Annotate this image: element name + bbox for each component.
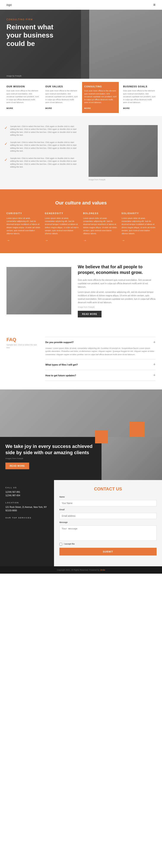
contact-location-heading: LOCATION [5,502,49,504]
culture-col-title: BOLDNESS [83,212,117,215]
culture-col-title: SOLIDARITY [122,212,156,215]
faq-left: FAQ Sample text. Click to select the tex… [6,337,39,381]
check-text: Sample text. Click to select the text bo… [10,125,80,137]
believe-image-credit: Image from Freepik [78,306,156,308]
success-text-area: We take joy in every success achieved si… [0,437,102,480]
contact-call-heading: CALL US [5,487,49,489]
submit-button[interactable]: SUBMIT [59,548,157,556]
faq-question-row[interactable]: How to get future updates? + [45,373,156,378]
culture-col-2: BOLDNESS Lorem ipsum dolor sit amet, con… [83,212,117,242]
mission-col-our-values: Our Values Duis aute more officia to the… [43,85,80,110]
faq-toggle-icon[interactable]: + [153,373,156,378]
culture-col-body: Lorem ipsum dolor sit amet, consectetur … [6,217,40,235]
footer-link[interactable]: Jimdo [100,569,105,571]
contact-top-services: OUR TOP SERVICES [5,517,49,519]
mission-body: Duis aute more officia to the element qu… [6,90,39,104]
checks-image-area: Image from Freepik [88,125,158,181]
culture-col-body: Lorem ipsum dolor sit amet, consectetur … [83,217,117,235]
culture-columns: CURIOSITY Lorem ipsum dolor sit amet, co… [6,212,156,242]
culture-col-body: Lorem ipsum dolor sit amet, consectetur … [122,217,156,235]
faq-title: FAQ [6,337,39,342]
contact-call: CALL US 1(234) 567-891 1(234) 987-654 [5,487,49,497]
culture-col-0: CURIOSITY Lorem ipsum dolor sit amet, co… [6,212,40,242]
mission-more-link[interactable]: MORE [6,107,13,109]
check-item: ✓ Sample text. Click to select the text … [4,125,80,137]
faq-question: How to get future updates? [45,374,76,377]
faq-question: What types of files I will get? [45,363,78,366]
checkmark-icon: ✓ [4,125,7,130]
footer-text: Copyright 2021. All Rights Reserved. Pow… [6,569,156,571]
hero-image-credit: Image by Freepik [6,75,22,77]
faq-section: FAQ Sample text. Click to select the tex… [0,328,162,390]
mission-body: Duis aute more officia to the element qu… [123,90,156,104]
checkmark-icon: ✓ [4,157,7,162]
culture-arrow-icon[interactable]: → [45,239,48,242]
believe-image-area [6,267,71,314]
culture-section: Our culture and values CURIOSITY Lorem i… [0,189,162,253]
checkbox-label: I accept the [64,543,75,545]
faq-question-row[interactable]: What types of files I will get? + [45,362,156,367]
mission-col-our-mission: Our Mission Duis aute more officia to th… [4,85,41,110]
mission-heading: Our Values [45,85,78,88]
email-input[interactable] [59,513,157,519]
message-label: Message [59,521,157,523]
mission-more-link[interactable]: MORE [123,107,130,109]
checkmark-icon: ✓ [4,142,7,146]
believe-image [6,267,71,314]
accept-checkbox[interactable] [59,543,62,546]
checks-image-credit: Image from Freepik [88,179,158,181]
culture-col-3: SOLIDARITY Lorem ipsum dolor sit amet, c… [122,212,156,242]
faq-subtitle: Sample text. Click to select the text bo… [6,344,39,349]
culture-col-title: CURIOSITY [6,212,40,215]
hero-person-image [81,10,162,79]
success-title: We take joy in every success achieved si… [5,443,96,456]
faq-item: How to get future updates? + Answer: Lor… [45,370,156,381]
menu-icon[interactable]: ≡ [153,3,156,7]
name-input[interactable] [59,500,157,506]
culture-arrow-icon[interactable]: → [122,239,125,242]
culture-arrow-icon[interactable]: → [83,239,87,242]
faq-item: Do you provide support? + Answer: Lorem … [45,337,156,359]
culture-col-1: GENEROSITY Lorem ipsum dolor sit amet, c… [45,212,79,242]
success-right-image [102,437,162,480]
mission-body: Duis aute more officia to the element qu… [45,90,78,104]
faq-toggle-icon[interactable]: + [153,362,156,367]
faq-question-row[interactable]: Do you provide support? + [45,340,156,345]
believe-title: We believe that for all people to prospe… [78,264,156,275]
mission-section: Our Mission Duis aute more officia to th… [0,79,162,117]
hero-content: CONSULTING FIRM Reinvent what your busin… [6,18,67,50]
checks-list: ✓ Sample text. Click to select the text … [4,125,84,181]
navbar: logo ≡ [0,0,162,10]
success-read-more-button[interactable]: READ MORE [5,463,29,469]
contact-location: LOCATION 121 Rock Street, 21 Avenue, New… [5,502,49,513]
mission-heading: Consulting [84,85,117,88]
mission-more-link[interactable]: MORE [84,107,91,109]
footer: Copyright 2021. All Rights Reserved. Pow… [0,566,162,574]
success-top-image [0,390,162,437]
believe-body1: Duis aute more officia to the element qu… [78,278,156,289]
contact-services-heading: OUR TOP SERVICES [5,517,49,519]
message-textarea[interactable] [59,526,157,540]
mission-more-link[interactable]: MORE [45,107,52,109]
mission-col-consulting: Consulting Duis aute more officia to the… [82,82,119,113]
culture-col-body: Lorem ipsum dolor sit amet, consectetur … [45,217,79,235]
mission-heading: Our Mission [6,85,39,88]
mission-body: Duis aute more officia to the element qu… [84,90,117,104]
culture-arrow-icon[interactable]: → [6,239,10,242]
believe-body2: Lorem ipsum dolor sit amet, consectetur … [78,290,156,304]
checks-section: ✓ Sample text. Click to select the text … [0,117,162,189]
checkbox-row: I accept the [59,543,157,546]
faq-question: Do you provide support? [45,341,74,344]
success-image-credit: Images from Freepik [5,457,96,460]
faq-toggle-icon[interactable]: + [153,340,156,345]
check-text: Sample text. Click to select the text bo… [10,141,80,153]
email-label: Email [59,508,157,511]
check-text: Sample text. Click to select the text bo… [10,157,80,168]
culture-title: Our culture and values [6,200,156,206]
faq-items: Do you provide support? + Answer: Lorem … [45,337,156,381]
contact-right-panel: CONTACT US Name Email Message I accept t… [54,480,162,566]
checks-image [88,125,158,177]
believe-text: We believe that for all people to prospe… [78,264,156,317]
faq-layout: FAQ Sample text. Click to select the tex… [6,337,156,381]
believe-read-more-button[interactable]: READ MORE [78,311,102,317]
